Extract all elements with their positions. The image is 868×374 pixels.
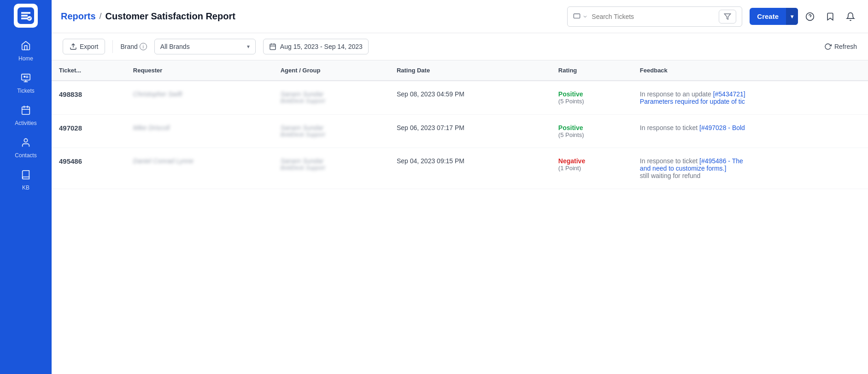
export-label: Export (80, 43, 98, 50)
col-ticket: Ticket... (52, 60, 126, 81)
feedback-link-2[interactable]: and need to customize forms.] (640, 165, 727, 172)
rating-value: Negative (558, 157, 625, 165)
brand-select[interactable]: All Brands ▾ (154, 39, 256, 54)
feedback-extra: still waiting for refund (640, 172, 861, 179)
main-content: Reports / Customer Satisfaction Report C… (52, 0, 868, 374)
search-mode-icon[interactable] (573, 13, 588, 20)
feedback-link[interactable]: [#497028 - Bold (699, 124, 745, 131)
feedback-cell: In response to an update [#5434721] Para… (633, 81, 868, 115)
notification-button[interactable] (842, 8, 859, 25)
col-rating-date: Rating Date (389, 60, 551, 81)
sidebar-item-label-home: Home (18, 55, 33, 62)
refresh-label: Refresh (834, 43, 857, 50)
agent-name: Sanam Sundar (281, 157, 382, 165)
filter-button[interactable] (719, 10, 736, 24)
rating-value: Positive (558, 90, 625, 98)
table-row: 498838 Christopher Swift Sanam Sundar Bo… (52, 81, 868, 115)
page-title: Customer Satisfaction Report (106, 11, 235, 22)
date-range-value: Aug 15, 2023 - Sep 14, 2023 (280, 43, 363, 50)
svg-rect-11 (574, 14, 580, 18)
breadcrumb-separator: / (100, 12, 102, 21)
requester-cell: Christopher Swift (126, 81, 273, 115)
sidebar: Home Tickets Activities (0, 0, 52, 374)
feedback-link[interactable]: [#495486 - The (699, 157, 743, 165)
sidebar-item-contacts[interactable]: Contacts (0, 132, 52, 164)
agent-name: Sanam Sundar (281, 90, 382, 98)
col-agent: Agent / Group (273, 60, 389, 81)
rating-date-cell: Sep 08, 2023 04:59 PM (389, 81, 551, 115)
tickets-icon (21, 73, 31, 86)
app-logo (14, 4, 38, 28)
help-button[interactable] (802, 8, 818, 25)
report-table: Ticket... Requester Agent / Group Rating… (52, 60, 868, 189)
kb-icon (21, 170, 31, 183)
col-feedback: Feedback (633, 60, 868, 81)
requester-name: Mike Driscoll (133, 124, 170, 131)
search-bar (567, 6, 742, 27)
table-row: 497028 Mike Driscoll Sanam Sundar BoldDe… (52, 115, 868, 148)
ticket-id: 498838 (59, 90, 82, 98)
feedback-link-2[interactable]: Parameters required for update of tic (640, 98, 745, 105)
rating-cell: Positive (5 Points) (551, 81, 633, 115)
brand-label: Brand i (120, 43, 147, 50)
feedback-text: In response to an update (640, 90, 713, 98)
rating-points: (5 Points) (558, 131, 625, 138)
breadcrumb-reports-link[interactable]: Reports (61, 11, 96, 22)
bookmark-button[interactable] (822, 8, 839, 25)
ticket-id: 495486 (59, 157, 82, 165)
feedback-text: In response to ticket (640, 124, 699, 131)
rating-date-cell: Sep 04, 2023 09:15 PM (389, 148, 551, 189)
sidebar-item-kb[interactable]: KB (0, 164, 52, 196)
sidebar-item-label-contacts: Contacts (15, 152, 36, 159)
toolbar-divider (112, 40, 113, 53)
svg-rect-16 (270, 44, 276, 50)
requester-cell: Mike Driscoll (126, 115, 273, 148)
col-requester: Requester (126, 60, 273, 81)
agent-cell: Sanam Sundar BoldDesk Support (273, 115, 389, 148)
create-button-arrow[interactable]: ▾ (786, 8, 798, 25)
brand-select-chevron: ▾ (247, 43, 250, 50)
contacts-icon (21, 137, 31, 150)
requester-name: Christopher Swift (133, 90, 182, 98)
rating-cell: Negative (1 Point) (551, 148, 633, 189)
rating-date-cell: Sep 06, 2023 07:17 PM (389, 115, 551, 148)
svg-rect-6 (22, 107, 30, 115)
search-input[interactable] (592, 13, 715, 20)
activities-icon (21, 105, 31, 118)
table-row: 495486 Daniel Conrad Lynne Sanam Sundar … (52, 148, 868, 189)
rating-points: (5 Points) (558, 98, 625, 105)
sidebar-item-tickets[interactable]: Tickets (0, 67, 52, 100)
date-range-button[interactable]: Aug 15, 2023 - Sep 14, 2023 (263, 39, 369, 54)
feedback-text: In response to ticket (640, 157, 699, 165)
sidebar-item-label-tickets: Tickets (17, 88, 35, 94)
export-button[interactable]: Export (63, 39, 105, 54)
refresh-button[interactable]: Refresh (824, 43, 857, 50)
rating-points: (1 Point) (558, 165, 625, 172)
feedback-cell: In response to ticket [#495486 - The and… (633, 148, 868, 189)
sidebar-item-label-kb: KB (22, 184, 29, 191)
ticket-id-cell: 497028 (52, 115, 126, 148)
requester-name: Daniel Conrad Lynne (133, 157, 194, 165)
report-table-container: Ticket... Requester Agent / Group Rating… (52, 60, 868, 374)
svg-point-5 (24, 76, 25, 77)
svg-marker-12 (725, 14, 731, 19)
svg-point-10 (24, 139, 27, 142)
header-actions: Create ▾ (750, 8, 859, 25)
ticket-id-cell: 498838 (52, 81, 126, 115)
feedback-link[interactable]: [#5434721] (713, 90, 745, 98)
sidebar-item-activities[interactable]: Activities (0, 100, 52, 132)
agent-name: Sanam Sundar (281, 124, 382, 131)
sidebar-item-home[interactable]: Home (0, 35, 52, 67)
col-rating: Rating (551, 60, 633, 81)
home-icon (21, 41, 31, 53)
agent-cell: Sanam Sundar BoldDesk Support (273, 148, 389, 189)
requester-cell: Daniel Conrad Lynne (126, 148, 273, 189)
ticket-id-cell: 495486 (52, 148, 126, 189)
report-toolbar: Export Brand i All Brands ▾ Aug 15, 2023… (52, 33, 868, 60)
agent-group: BoldDesk Support (281, 131, 382, 138)
breadcrumb: Reports / Customer Satisfaction Report (61, 11, 560, 22)
page-header: Reports / Customer Satisfaction Report C… (52, 0, 868, 33)
brand-info-icon: i (140, 43, 147, 50)
agent-group: BoldDesk Support (281, 165, 382, 171)
create-button[interactable]: Create ▾ (750, 8, 798, 25)
